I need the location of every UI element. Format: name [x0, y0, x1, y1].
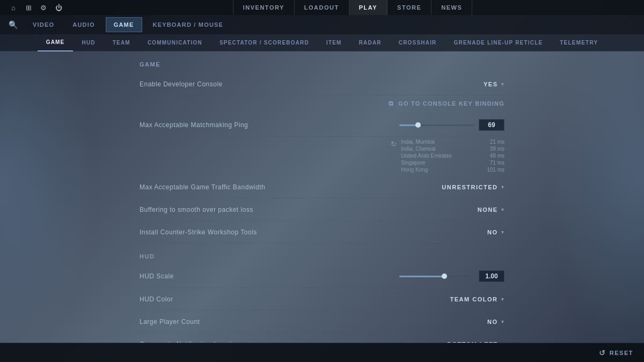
subtab-grenade-reticle[interactable]: GRENADE LINE-UP RETICLE [445, 34, 552, 51]
external-link-icon: ⧉ [389, 100, 394, 107]
buffering-label: Buffering to smooth over packet loss [140, 206, 253, 213]
buffering-text: NONE [478, 206, 498, 213]
chevron-down-icon: ▾ [501, 230, 505, 235]
nav-store[interactable]: STORE [387, 0, 431, 15]
hud-color-dropdown[interactable]: TEAM COLOR ▾ [450, 295, 504, 304]
matchmaking-ping-slider-track[interactable] [399, 124, 474, 126]
ping-location-0: India, Mumbai [401, 139, 471, 145]
ping-location-3: Singapore [401, 160, 471, 166]
console-binding-label: GO TO CONSOLE KEY BINDING [398, 100, 504, 107]
power-icon[interactable]: ⏻ [54, 3, 63, 12]
subtab-telemetry[interactable]: TELEMETRY [551, 34, 606, 51]
console-binding-row: ⧉ GO TO CONSOLE KEY BINDING [140, 95, 504, 114]
ping-row-4: Hong Kong 101 ms [401, 167, 504, 173]
hud-color-text: TEAM COLOR [450, 296, 498, 302]
ping-value-4: 101 ms [487, 167, 504, 173]
subtab-game[interactable]: GAME [38, 34, 74, 51]
hud-section-header: Hud [140, 243, 504, 265]
setting-row-large-player-count: Large Player Count NO ▾ [140, 311, 504, 333]
chevron-down-icon: ▾ [501, 319, 505, 324]
chevron-down-icon: ▾ [501, 184, 505, 190]
developer-console-dropdown[interactable]: YES ▾ [484, 80, 504, 88]
chevron-down-icon: ▾ [501, 82, 505, 87]
nav-play[interactable]: PLAY [349, 0, 387, 15]
subtab-radar[interactable]: RADAR [350, 34, 390, 51]
top-nav-links: INVENTORY LOADOUT PLAY STORE NEWS [70, 0, 635, 15]
traffic-bandwidth-label: Max Acceptable Game Traffic Bandwidth [140, 183, 265, 191]
hud-scale-value-box: 1.00 [479, 270, 504, 282]
matchmaking-ping-label: Max Acceptable Matchmaking Ping [140, 121, 248, 129]
matchmaking-ping-slider-thumb[interactable] [415, 122, 421, 128]
setting-row-traffic-bandwidth: Max Acceptable Game Traffic Bandwidth UN… [140, 176, 504, 198]
tab-game[interactable]: GAME [106, 17, 142, 32]
game-section-header: Game [140, 51, 504, 73]
ping-value-1: 39 ms [490, 146, 504, 152]
subtab-communication[interactable]: COMMUNICATION [139, 34, 211, 51]
console-binding-button[interactable]: ⧉ GO TO CONSOLE KEY BINDING [389, 98, 504, 109]
nav-news[interactable]: NEWS [431, 0, 472, 15]
tab-keyboard-mouse[interactable]: KEYBOARD / MOUSE [145, 17, 231, 32]
top-nav-icons: ⌂ ⊞ ⚙ ⏻ [9, 3, 63, 12]
subtab-team[interactable]: TEAM [104, 34, 139, 51]
ping-table: ↻ India, Mumbai 21 ms India, Chennai 39 … [140, 137, 504, 176]
workshop-tools-text: NO [487, 229, 498, 235]
buffering-dropdown[interactable]: NONE ▾ [478, 205, 504, 214]
home-icon[interactable]: ⌂ [9, 3, 18, 12]
traffic-bandwidth-value[interactable]: UNRESTRICTED ▾ [442, 183, 504, 191]
sub-tabs: GAME HUD TEAM COMMUNICATION SPECTATOR / … [0, 34, 644, 51]
ping-value-3: 71 ms [490, 160, 504, 166]
hud-scale-label: HUD Scale [140, 272, 174, 280]
settings-icon[interactable]: ⚙ [39, 3, 48, 12]
hud-scale-slider-thumb[interactable] [442, 274, 447, 279]
ping-row-0: India, Mumbai 21 ms [401, 139, 504, 145]
hud-scale-value: 1.00 [399, 270, 504, 282]
large-player-count-dropdown[interactable]: NO ▾ [487, 317, 504, 326]
developer-console-label: Enable Developer Console [140, 80, 223, 88]
developer-console-text: YES [484, 81, 498, 87]
nav-inventory[interactable]: INVENTORY [233, 0, 295, 15]
large-player-count-label: Large Player Count [140, 318, 200, 326]
bottom-bar: ↺ RESET [0, 343, 644, 362]
tab-audio[interactable]: AUDIO [65, 17, 102, 32]
buffering-value[interactable]: NONE ▾ [478, 205, 504, 214]
main-content: Game Enable Developer Console YES ▾ ⧉ GO… [0, 51, 644, 343]
workshop-tools-dropdown[interactable]: NO ▾ [487, 228, 504, 237]
setting-row-notification-location: Community Notification Location BOTTOM L… [140, 333, 504, 343]
workshop-tools-value[interactable]: NO ▾ [487, 228, 504, 237]
ping-location-1: India, Chennai [401, 146, 471, 152]
hud-color-value[interactable]: TEAM COLOR ▾ [450, 295, 504, 304]
nav-loadout[interactable]: LOADOUT [295, 0, 349, 15]
subtab-crosshair[interactable]: CROSSHAIR [390, 34, 445, 51]
search-icon[interactable]: 🔍 [9, 20, 18, 29]
tab-video[interactable]: VIDEO [25, 17, 62, 32]
reset-label: RESET [610, 350, 633, 356]
matchmaking-ping-value-box: 69 [479, 119, 504, 131]
refresh-icon[interactable]: ↻ [391, 140, 397, 148]
matchmaking-ping-value: 69 [399, 119, 504, 131]
subtab-hud[interactable]: HUD [73, 34, 104, 51]
settings-tabs: 🔍 VIDEO AUDIO GAME KEYBOARD / MOUSE [0, 15, 644, 34]
traffic-bandwidth-dropdown[interactable]: UNRESTRICTED ▾ [442, 183, 504, 191]
ping-row-1: India, Chennai 39 ms [401, 146, 504, 152]
setting-row-workshop-tools: Install Counter-Strike Workshop Tools NO… [140, 221, 504, 243]
hud-scale-slider-track[interactable] [399, 276, 474, 277]
large-player-count-value[interactable]: NO ▾ [487, 317, 504, 326]
ping-location-2: United Arab Emirates [401, 153, 471, 159]
developer-console-value[interactable]: YES ▾ [484, 80, 504, 88]
chevron-down-icon: ▾ [501, 207, 505, 212]
chevron-down-icon: ▾ [501, 297, 505, 302]
subtab-spectator-scoreboard[interactable]: SPECTATOR / SCOREBOARD [211, 34, 318, 51]
top-nav: ⌂ ⊞ ⚙ ⏻ INVENTORY LOADOUT PLAY STORE NEW… [0, 0, 644, 15]
ping-list: India, Mumbai 21 ms India, Chennai 39 ms… [401, 139, 504, 173]
reset-button[interactable]: ↺ RESET [599, 349, 633, 357]
setting-row-developer-console: Enable Developer Console YES ▾ [140, 73, 504, 95]
subtab-item[interactable]: ITEM [318, 34, 350, 51]
setting-row-matchmaking-ping: Max Acceptable Matchmaking Ping 69 [140, 114, 504, 137]
workshop-tools-label: Install Counter-Strike Workshop Tools [140, 228, 257, 236]
large-player-count-text: NO [487, 319, 498, 325]
hud-scale-slider-fill [399, 276, 444, 277]
grid-icon[interactable]: ⊞ [24, 3, 33, 12]
traffic-bandwidth-text: UNRESTRICTED [442, 184, 497, 190]
ping-value-0: 21 ms [490, 139, 504, 145]
ping-location-4: Hong Kong [401, 167, 471, 173]
